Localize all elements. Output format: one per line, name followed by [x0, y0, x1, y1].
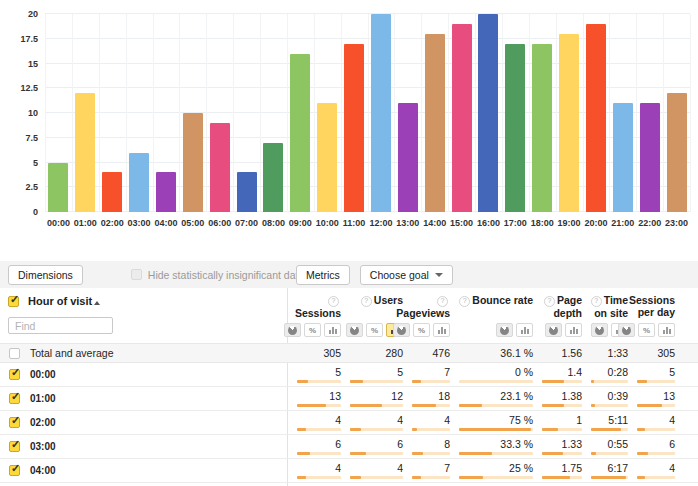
metric-cell: 7: [403, 363, 450, 386]
pie-view-button[interactable]: [618, 323, 635, 337]
row-checkbox[interactable]: [9, 441, 20, 452]
metric-cell: 25 %: [450, 459, 533, 482]
bars-view-button[interactable]: [516, 323, 533, 337]
pie-view-button[interactable]: [346, 323, 363, 337]
metric-title-bounce-rate[interactable]: ?Bounce rate: [459, 294, 533, 307]
help-icon[interactable]: ?: [544, 296, 555, 307]
chart-bar-10:00[interactable]: [317, 103, 337, 212]
total-value: 1:33: [591, 347, 628, 359]
metric-title-time-on-site[interactable]: ?Time on site: [588, 294, 628, 319]
chart-bar-12:00[interactable]: [371, 14, 391, 212]
hide-insignificant-control[interactable]: Hide statistically insignificant data: [131, 269, 304, 281]
chart-bar-19:00[interactable]: [559, 34, 579, 212]
gridline: [153, 14, 154, 212]
dimensions-button[interactable]: Dimensions: [8, 265, 83, 285]
table-row: 04:0044725 %1.756:174: [0, 459, 698, 483]
find-input[interactable]: [8, 317, 113, 334]
value-bar-fill: [637, 404, 662, 407]
chart-bar-09:00[interactable]: [290, 54, 310, 212]
chart-bar-20:00[interactable]: [586, 24, 606, 212]
percent-view-button[interactable]: %: [304, 323, 321, 337]
percent-view-button[interactable]: %: [413, 323, 430, 337]
help-icon[interactable]: ?: [459, 296, 470, 307]
chart-bar-02:00[interactable]: [102, 172, 122, 212]
row-label[interactable]: 00:00: [30, 369, 56, 380]
pie-view-button[interactable]: [545, 323, 562, 337]
metrics-button[interactable]: Metrics: [296, 265, 350, 285]
row-label[interactable]: 04:00: [30, 465, 56, 476]
hide-insignificant-checkbox[interactable]: [131, 269, 142, 280]
row-checkbox[interactable]: [9, 465, 20, 476]
row-label[interactable]: 03:00: [30, 441, 56, 452]
value-bar-track: [591, 476, 628, 479]
metric-title-sessions-per-day[interactable]: Sessions per day: [629, 294, 675, 318]
row-checkbox[interactable]: [9, 369, 20, 380]
value-bar-fill: [591, 380, 594, 383]
view-mode-buttons: [496, 323, 533, 337]
metric-title-sessions[interactable]: ?Sessions: [294, 294, 341, 319]
chart-bar-21:00[interactable]: [613, 103, 633, 212]
pie-view-button[interactable]: [591, 323, 608, 337]
help-icon[interactable]: ?: [361, 296, 372, 307]
percent-view-button[interactable]: %: [366, 323, 383, 337]
metric-title-page-depth[interactable]: ?Page depth: [539, 294, 582, 319]
y-axis-label: 7.5: [0, 133, 38, 143]
value-bar-track: [350, 404, 403, 407]
bars-view-button[interactable]: [433, 323, 450, 337]
value-bar-fill: [412, 452, 423, 455]
help-icon[interactable]: ?: [437, 296, 448, 307]
total-cell: 1:33: [582, 344, 628, 362]
chart-bar-04:00[interactable]: [156, 172, 176, 212]
chart-bar-00:00[interactable]: [48, 163, 68, 213]
pie-view-button[interactable]: [496, 323, 513, 337]
bars-view-button[interactable]: [565, 323, 582, 337]
percent-view-button[interactable]: %: [638, 323, 655, 337]
row-checkbox[interactable]: [9, 417, 20, 428]
gridline: [609, 14, 610, 212]
hide-insignificant-label: Hide statistically insignificant data: [148, 269, 304, 281]
metric-value: 1.38: [542, 390, 582, 402]
choose-goal-button[interactable]: Choose goal: [360, 265, 453, 285]
chart-bar-13:00[interactable]: [398, 103, 418, 212]
help-icon[interactable]: ?: [328, 296, 339, 307]
chart-bar-16:00[interactable]: [478, 14, 498, 212]
row-checkbox[interactable]: [9, 393, 20, 404]
select-all-checkbox[interactable]: [8, 296, 19, 307]
chart-bar-11:00[interactable]: [344, 44, 364, 212]
chart-bar-01:00[interactable]: [75, 93, 95, 212]
chart-bar-18:00[interactable]: [532, 44, 552, 212]
dimension-title[interactable]: Hour of visit: [28, 295, 100, 307]
metric-cell: 4: [341, 459, 403, 482]
chart-bar-08:00[interactable]: [263, 143, 283, 212]
bars-view-button[interactable]: [658, 323, 675, 337]
chart-bar-17:00[interactable]: [505, 44, 525, 212]
row-label[interactable]: 01:00: [30, 393, 56, 404]
metric-cell: 4: [628, 411, 675, 434]
metric-cell: 13: [628, 387, 675, 410]
value-bar-track: [459, 476, 533, 479]
metric-title-pageviews[interactable]: ?Pageviews: [396, 294, 450, 319]
metric-cell: 13: [288, 387, 341, 410]
gridline: [556, 14, 557, 212]
chart-bar-22:00[interactable]: [640, 103, 660, 212]
pie-view-button[interactable]: [393, 323, 410, 337]
view-mode-buttons: %: [393, 323, 450, 337]
help-icon[interactable]: ?: [591, 296, 602, 307]
chart-bar-23:00[interactable]: [667, 93, 687, 212]
value-bar-track: [591, 452, 628, 455]
row-label[interactable]: 02:00: [30, 417, 56, 428]
metric-value: 4: [297, 414, 341, 426]
pie-view-button[interactable]: [284, 323, 301, 337]
metric-value: 0:28: [591, 366, 628, 378]
bars-view-button[interactable]: [324, 323, 341, 337]
metric-value: 25 %: [459, 462, 533, 474]
value-bar-track: [637, 476, 675, 479]
chart-bar-06:00[interactable]: [210, 123, 230, 212]
chart-bar-05:00[interactable]: [183, 113, 203, 212]
chart-bar-07:00[interactable]: [237, 172, 257, 212]
chart-bar-15:00[interactable]: [452, 24, 472, 212]
total-row-checkbox[interactable]: [9, 348, 20, 359]
chart-bar-03:00[interactable]: [129, 153, 149, 212]
metric-value: 7: [412, 366, 450, 378]
chart-bar-14:00[interactable]: [425, 34, 445, 212]
